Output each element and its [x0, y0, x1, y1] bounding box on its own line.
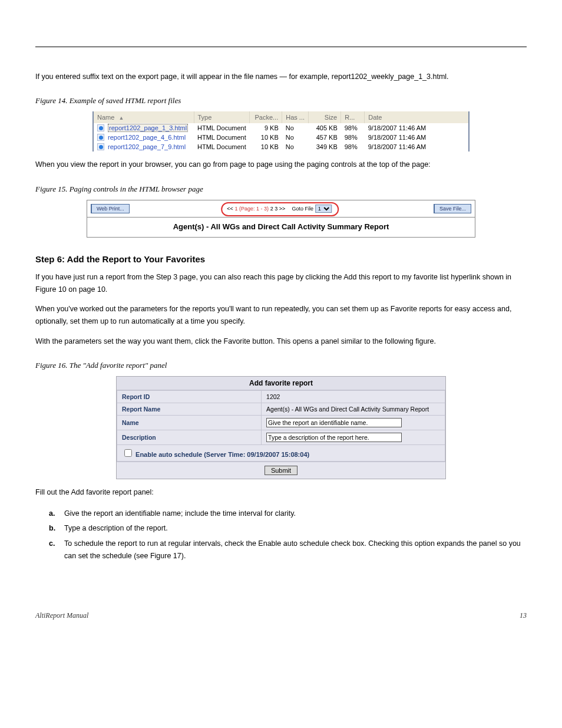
view-intro-paragraph: When you view the report in your browser…	[35, 159, 527, 171]
figure15-caption: Figure 15. Paging controls in the HTML b…	[35, 185, 527, 194]
steps-list: a. Give the report an identifiable name;…	[47, 506, 527, 564]
fav-paragraph-2: When you've worked out the parameters fo…	[35, 303, 527, 328]
cell-date: 9/18/2007 11:46 AM	[365, 123, 468, 133]
html-file-icon	[97, 124, 104, 131]
table-row[interactable]: report1202_page_7_9.html HTML Document 1…	[94, 142, 468, 151]
pager: << 1 (Page: 1 - 3) 2 3 >> Goto File 1	[227, 205, 335, 213]
report-title: Agent(s) - All WGs and Direct Call Activ…	[87, 218, 475, 237]
cell-has: No	[282, 123, 309, 133]
cell-size: 405 KB	[309, 123, 341, 133]
row-description: Description	[117, 430, 445, 444]
sort-asc-icon: ▲	[118, 115, 124, 121]
cell-type: HTML Document	[194, 142, 250, 151]
file-list-header-row: Name ▲ Type Packe... Has ... Size R... D…	[94, 111, 468, 123]
figure16-caption: Figure 16. The "Add favorite report" pan…	[35, 361, 527, 370]
page-header	[35, 24, 527, 47]
cell-has: No	[282, 142, 309, 151]
step-marker: b.	[48, 522, 62, 535]
file-name-link[interactable]: report1202_page_1_3.html	[108, 124, 188, 132]
col-header-r[interactable]: R...	[341, 111, 365, 123]
list-item: b. Type a description of the report.	[48, 522, 525, 535]
col-header-has[interactable]: Has ...	[282, 111, 309, 123]
row-report-id: Report ID 1202	[117, 390, 445, 403]
cell-packe: 10 KB	[250, 142, 282, 151]
pager-current: 1 (Page: 1 - 3)	[235, 206, 269, 212]
intro-paragraph: If you entered suffix text on the export…	[35, 71, 527, 83]
value-report-id: 1202	[262, 390, 445, 403]
cell-packe: 10 KB	[250, 133, 282, 142]
html-file-icon	[97, 143, 104, 150]
figure14-caption: Figure 14. Example of saved HTML report …	[35, 96, 527, 106]
col-header-packe[interactable]: Packe...	[250, 111, 282, 123]
cell-r: 98%	[341, 123, 365, 133]
favorite-form-table: Report ID 1202 Report Name Agent(s) - Al…	[117, 390, 445, 462]
col-header-size[interactable]: Size	[309, 111, 341, 123]
label-name: Name	[117, 415, 262, 430]
fill-fav-paragraph: Fill out the Add favorite report panel:	[35, 486, 527, 499]
fav-paragraph-1: If you have just run a report from the S…	[35, 271, 527, 297]
step-marker: a.	[48, 507, 62, 521]
cell-r: 98%	[341, 133, 365, 142]
paging-toolbar-figure: Web Print... << 1 (Page: 1 - 3) 2 3 >> G…	[87, 200, 475, 238]
fav-paragraph-3: With the parameters set the way you want…	[35, 335, 527, 348]
toolbar-row: Web Print... << 1 (Page: 1 - 3) 2 3 >> G…	[87, 200, 475, 218]
cell-type: HTML Document	[194, 123, 250, 133]
row-report-name: Report Name Agent(s) - All WGs and Direc…	[117, 403, 445, 415]
description-input[interactable]	[266, 433, 402, 442]
step6-heading: Step 6: Add the Report to Your Favorites	[35, 254, 527, 264]
label-description: Description	[117, 430, 262, 444]
file-list-figure: Name ▲ Type Packe... Has ... Size R... D…	[92, 111, 470, 151]
row-enable-schedule: Enable auto schedule (Server Time: 09/19…	[117, 444, 445, 461]
html-file-icon	[97, 134, 104, 141]
submit-button[interactable]: Submit	[265, 466, 297, 475]
name-input[interactable]	[266, 418, 402, 427]
col-header-name-text: Name	[97, 114, 114, 121]
file-name-link[interactable]: report1202_page_7_9.html	[108, 143, 186, 150]
col-header-name[interactable]: Name ▲	[94, 111, 194, 123]
web-print-button[interactable]: Web Print...	[91, 204, 130, 213]
cell-r: 98%	[341, 142, 365, 151]
list-item: c. To schedule the report to run at regu…	[48, 537, 525, 564]
step-text: To schedule the report to run at regular…	[64, 537, 525, 564]
goto-file-label: Goto File	[292, 206, 313, 212]
label-report-id: Report ID	[117, 390, 262, 403]
file-name-link[interactable]: report1202_page_4_6.html	[108, 134, 186, 141]
enable-schedule-label: Enable auto schedule (Server Time: 09/19…	[135, 451, 309, 458]
pager-prev[interactable]: <<	[227, 206, 233, 212]
value-report-name: Agent(s) - All WGs and Direct Call Activ…	[262, 403, 445, 415]
col-header-date[interactable]: Date	[365, 111, 468, 123]
file-list-table: Name ▲ Type Packe... Has ... Size R... D…	[94, 111, 468, 151]
cell-packe: 9 KB	[250, 123, 282, 133]
page-footer: AltiReport Manual 13	[35, 611, 527, 620]
step-text: Type a description of the report.	[64, 522, 525, 535]
label-report-name: Report Name	[117, 403, 262, 415]
submit-row: Submit	[117, 462, 445, 479]
cell-date: 9/18/2007 11:46 AM	[365, 133, 468, 142]
footer-title: AltiReport Manual	[35, 611, 88, 620]
list-item: a. Give the report an identifiable name;…	[48, 507, 525, 521]
cell-size: 349 KB	[309, 142, 341, 151]
table-row[interactable]: report1202_page_1_3.html HTML Document 9…	[94, 123, 468, 133]
pager-pages[interactable]: 2 3 >>	[270, 206, 286, 212]
row-name: Name	[117, 415, 445, 430]
table-row[interactable]: report1202_page_4_6.html HTML Document 1…	[94, 133, 468, 142]
cell-type: HTML Document	[194, 133, 250, 142]
footer-page-number: 13	[520, 611, 527, 620]
col-header-type[interactable]: Type	[194, 111, 250, 123]
add-favorite-title: Add favorite report	[117, 377, 445, 390]
cell-size: 457 KB	[309, 133, 341, 142]
cell-has: No	[282, 133, 309, 142]
step-text: Give the report an identifiable name; in…	[64, 507, 525, 521]
cell-date: 9/18/2007 11:46 AM	[365, 142, 468, 151]
step-marker: c.	[48, 537, 62, 564]
add-favorite-panel: Add favorite report Report ID 1202 Repor…	[116, 376, 446, 479]
goto-file-select[interactable]: 1	[315, 205, 332, 213]
enable-schedule-checkbox[interactable]	[124, 449, 132, 457]
save-file-button[interactable]: Save File...	[434, 204, 471, 213]
